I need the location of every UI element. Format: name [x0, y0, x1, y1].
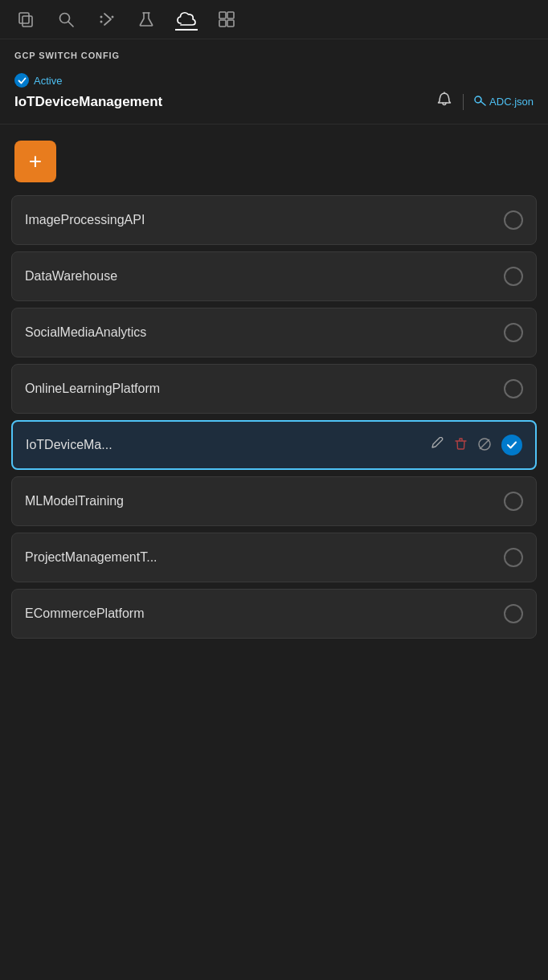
config-item-name: ECommercePlatform: [25, 606, 144, 621]
adc-link[interactable]: ADC.json: [473, 94, 534, 109]
config-item-right: [504, 492, 523, 511]
active-config-name: IoTDeviceManagement: [14, 94, 162, 110]
add-btn-container: +: [0, 125, 548, 192]
svg-line-3: [68, 22, 73, 27]
config-actions: ADC.json: [436, 91, 534, 112]
svg-point-6: [112, 16, 114, 18]
config-list: ImageProcessingAPI DataWarehouse SocialM…: [0, 192, 548, 642]
radio-button[interactable]: [504, 267, 523, 286]
radio-button[interactable]: [504, 323, 523, 342]
radio-button[interactable]: [504, 379, 523, 398]
cloud-icon[interactable]: [175, 8, 198, 31]
debug-icon[interactable]: [95, 8, 117, 31]
config-item[interactable]: DataWarehouse: [11, 251, 537, 301]
config-item-right: [504, 210, 523, 230]
grid-icon[interactable]: [215, 8, 238, 31]
config-item[interactable]: ECommercePlatform: [11, 589, 537, 639]
config-item-name: MLModelTraining: [25, 494, 124, 508]
config-item-right: [504, 548, 523, 567]
svg-rect-8: [219, 12, 226, 18]
section-title: GCP SWITCH CONFIG: [0, 39, 548, 65]
active-check-icon: [14, 73, 29, 88]
radio-button[interactable]: [504, 604, 523, 623]
config-item-right: [504, 379, 523, 398]
config-item-name: ProjectManagementT...: [25, 550, 157, 565]
config-item-name: DataWarehouse: [25, 269, 117, 284]
radio-button[interactable]: [504, 210, 523, 230]
config-item[interactable]: IoTDeviceMa...: [11, 420, 537, 470]
config-item[interactable]: SocialMediaAnalytics: [11, 308, 537, 357]
adc-label: ADC.json: [489, 96, 534, 108]
svg-rect-9: [227, 12, 234, 18]
svg-rect-11: [219, 20, 226, 27]
config-item[interactable]: ImageProcessingAPI: [11, 195, 537, 245]
svg-line-13: [481, 101, 485, 105]
toolbar: [0, 0, 548, 39]
config-item-right: [431, 435, 522, 455]
edit-icon[interactable]: [431, 437, 444, 453]
config-row: IoTDeviceManagement ADC.json: [14, 91, 534, 112]
config-item-right: [504, 267, 523, 286]
config-item[interactable]: OnlineLearningPlatform: [11, 364, 537, 414]
selected-radio[interactable]: [501, 435, 522, 455]
flask-icon[interactable]: [135, 8, 157, 31]
delete-icon[interactable]: [454, 437, 468, 453]
add-config-button[interactable]: +: [14, 141, 56, 182]
radio-button[interactable]: [504, 548, 523, 567]
config-item-name: IoTDeviceMa...: [26, 438, 112, 452]
copy-icon[interactable]: [14, 8, 37, 31]
active-label: Active: [34, 75, 62, 87]
config-item-name: OnlineLearningPlatform: [25, 382, 160, 396]
block-icon[interactable]: [477, 437, 492, 454]
search-icon[interactable]: [55, 8, 77, 31]
radio-button[interactable]: [504, 492, 523, 511]
config-header: Active IoTDeviceManagement ADC.json: [0, 65, 548, 125]
svg-point-4: [100, 16, 103, 18]
config-item-name: SocialMediaAnalytics: [25, 325, 146, 340]
vertical-divider: [463, 94, 464, 110]
svg-rect-0: [22, 16, 32, 27]
config-item-right: [504, 604, 523, 623]
svg-point-5: [100, 21, 103, 23]
svg-rect-10: [227, 20, 234, 27]
config-item[interactable]: MLModelTraining: [11, 476, 537, 526]
key-icon: [473, 94, 486, 109]
bell-icon[interactable]: [436, 91, 453, 112]
svg-rect-1: [19, 13, 29, 23]
config-item[interactable]: ProjectManagementT...: [11, 533, 537, 582]
config-item-right: [504, 323, 523, 342]
svg-line-15: [480, 439, 489, 449]
config-item-name: ImageProcessingAPI: [25, 213, 145, 227]
active-badge: Active: [14, 73, 534, 88]
